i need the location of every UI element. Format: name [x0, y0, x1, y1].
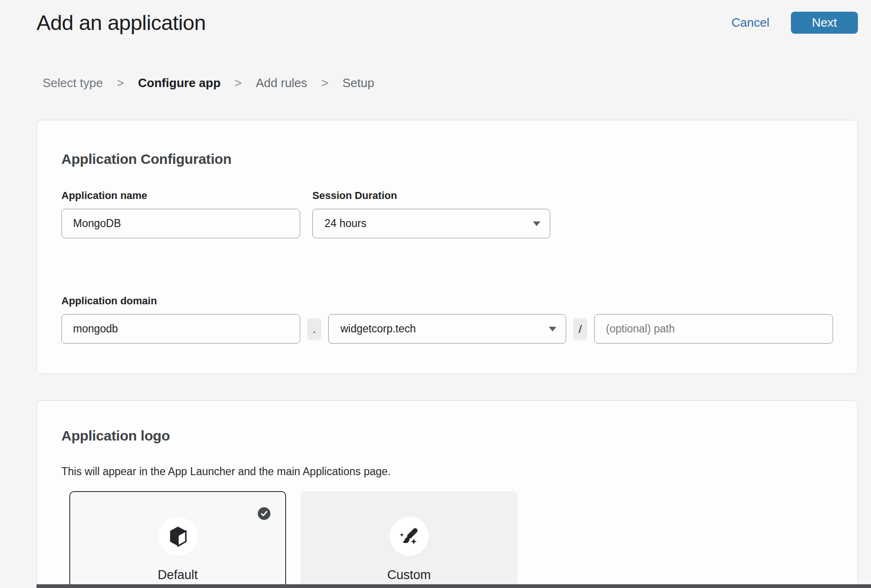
logo-card-title: Application logo — [61, 428, 833, 444]
breadcrumb-separator-icon: > — [117, 76, 124, 90]
cancel-button[interactable]: Cancel — [731, 15, 769, 30]
breadcrumb-step-setup[interactable]: Setup — [342, 76, 374, 90]
selected-check-icon — [258, 507, 271, 520]
application-name-label: Application name — [61, 190, 300, 202]
session-duration-select[interactable]: 24 hours — [312, 209, 550, 238]
breadcrumb-step-add-rules[interactable]: Add rules — [256, 76, 307, 90]
configuration-card-title: Application Configuration — [61, 151, 833, 167]
page-header: Add an application Cancel Next — [0, 0, 871, 36]
dot-separator: . — [307, 318, 321, 340]
chevron-down-icon — [533, 221, 540, 226]
breadcrumb-step-configure-app[interactable]: Configure app — [138, 76, 221, 90]
page-title: Add an application — [37, 10, 206, 36]
application-configuration-card: Application Configuration Application na… — [37, 120, 858, 374]
name-session-row: Application name Session Duration 24 hou… — [61, 190, 833, 238]
breadcrumb-step-select-type[interactable]: Select type — [43, 76, 103, 90]
logo-option-custom[interactable]: Custom — [301, 491, 517, 588]
application-name-input[interactable] — [61, 209, 300, 238]
application-logo-card: Application logo This will appear in the… — [37, 400, 858, 588]
domain-select-value: widgetcorp.tech — [340, 323, 416, 335]
session-duration-field: Session Duration 24 hours — [312, 190, 550, 238]
path-input[interactable] — [594, 314, 833, 344]
logo-option-default[interactable]: Default — [69, 491, 286, 588]
application-domain-label: Application domain — [61, 295, 833, 307]
logo-option-label: Default — [158, 568, 198, 582]
subdomain-input[interactable] — [61, 314, 300, 344]
next-button[interactable]: Next — [791, 12, 858, 34]
logo-options: Default Custom — [69, 491, 833, 588]
cube-icon — [168, 526, 188, 547]
slash-separator: / — [573, 318, 587, 340]
chevron-down-icon — [549, 327, 556, 331]
default-logo-circle — [158, 517, 198, 556]
breadcrumb-separator-icon: > — [235, 76, 242, 90]
paintbrush-icon — [399, 526, 420, 547]
header-actions: Cancel Next — [731, 10, 858, 34]
logo-option-label: Custom — [387, 568, 431, 582]
session-duration-value: 24 hours — [325, 217, 367, 230]
breadcrumb: Select type > Configure app > Add rules … — [43, 76, 871, 90]
application-name-field: Application name — [61, 190, 300, 238]
session-duration-label: Session Duration — [312, 190, 550, 202]
add-application-page: Add an application Cancel Next Select ty… — [0, 0, 871, 588]
breadcrumb-separator-icon: > — [321, 76, 328, 90]
application-domain-row: . widgetcorp.tech / — [61, 314, 833, 344]
bottom-scrollbar[interactable] — [37, 584, 871, 588]
domain-select[interactable]: widgetcorp.tech — [328, 314, 566, 344]
custom-logo-circle — [390, 517, 429, 556]
logo-card-description: This will appear in the App Launcher and… — [61, 465, 833, 478]
